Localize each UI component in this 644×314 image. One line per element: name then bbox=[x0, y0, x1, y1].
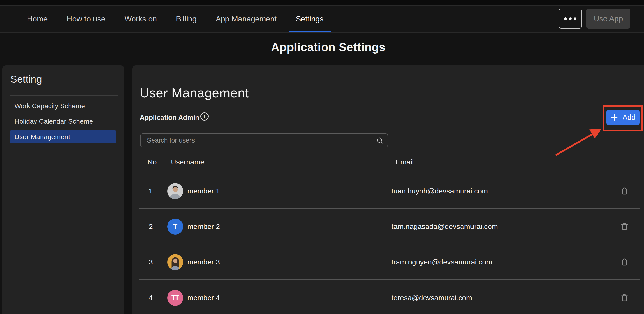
nav-item-how-to-use[interactable]: How to use bbox=[66, 6, 105, 32]
nav-item-label: Home bbox=[27, 15, 48, 24]
row-number: 3 bbox=[149, 258, 153, 266]
row-number: 1 bbox=[149, 187, 153, 195]
nav-item-label: Billing bbox=[176, 15, 196, 24]
nav-item-billing[interactable]: Billing bbox=[176, 6, 196, 32]
header-no: No. bbox=[148, 158, 159, 166]
page-title: Application Settings bbox=[6, 41, 644, 54]
sidebar-heading: Setting bbox=[10, 73, 42, 85]
nav-item-label: Settings bbox=[296, 15, 324, 24]
trash-icon bbox=[620, 293, 629, 302]
arrow-shaft bbox=[556, 134, 592, 155]
info-glyph: i bbox=[204, 114, 205, 119]
email: tram.nguyen@devsamurai.com bbox=[392, 258, 492, 266]
search-box bbox=[140, 133, 388, 147]
sidebar-item-work-capacity-scheme[interactable]: Work Capacity Scheme bbox=[10, 99, 116, 113]
avatar-initials-text: TT bbox=[172, 294, 179, 301]
delete-user-button[interactable] bbox=[619, 292, 630, 303]
annotation-arrow bbox=[552, 127, 604, 157]
nav-item-home[interactable]: Home bbox=[27, 6, 48, 32]
email: teresa@devsamurai.com bbox=[392, 294, 472, 302]
email: tam.nagasada@devsamurai.com bbox=[392, 222, 498, 231]
arrow-head bbox=[590, 129, 602, 139]
nav-item-label: How to use bbox=[66, 15, 105, 24]
nav-item-label: Works on bbox=[124, 15, 157, 24]
nav-item-label: App Management bbox=[216, 15, 276, 24]
trash-icon bbox=[620, 257, 629, 267]
ellipsis-dot bbox=[564, 18, 567, 20]
section-title: User Management bbox=[140, 85, 249, 100]
delete-user-button[interactable] bbox=[619, 221, 630, 232]
user-table: 1 member 1 tuan.huynh@devsamurai.com 2 T… bbox=[139, 173, 640, 314]
trash-icon bbox=[620, 222, 629, 231]
add-button[interactable]: Add bbox=[606, 110, 640, 125]
avatar-initials: T bbox=[167, 219, 183, 234]
table-row: 2 T member 2 tam.nagasada@devsamurai.com bbox=[139, 209, 640, 244]
avatar-photo bbox=[167, 183, 183, 199]
avatar-initials: TT bbox=[167, 290, 183, 306]
table-row: 1 member 1 tuan.huynh@devsamurai.com bbox=[139, 173, 640, 209]
ellipsis-dot bbox=[574, 18, 576, 20]
screen: HomeHow to useWorks onBillingApp Managem… bbox=[0, 0, 644, 314]
header-email: Email bbox=[396, 158, 414, 166]
more-options-button[interactable] bbox=[558, 9, 582, 29]
username: member 4 bbox=[187, 294, 220, 302]
sidebar-divider bbox=[10, 95, 118, 96]
table-row: 4 TT member 4 teresa@devsamurai.com bbox=[139, 280, 640, 314]
username: member 3 bbox=[187, 258, 220, 266]
user-management-panel: User Management Application Admin i Add bbox=[132, 66, 644, 314]
active-tab-underline bbox=[289, 31, 331, 32]
search-icon bbox=[376, 137, 384, 144]
window-top-strip bbox=[0, 0, 644, 5]
application-admin-label: Application Admin bbox=[140, 114, 199, 122]
add-button-label: Add bbox=[622, 113, 635, 122]
search-input[interactable] bbox=[141, 134, 388, 147]
row-number: 4 bbox=[149, 294, 153, 302]
plus-icon bbox=[610, 114, 618, 121]
avatar-initials-text: T bbox=[173, 222, 178, 231]
sidebar-item-user-management[interactable]: User Management bbox=[10, 130, 116, 143]
info-icon[interactable]: i bbox=[200, 112, 208, 121]
header-username: Username bbox=[171, 158, 204, 166]
ellipsis-dot bbox=[569, 18, 572, 20]
nav-items: HomeHow to useWorks onBillingApp Managem… bbox=[27, 6, 324, 32]
nav-item-settings[interactable]: Settings bbox=[296, 6, 324, 32]
sidebar-items: Work Capacity SchemeHoliday Calendar Sch… bbox=[10, 99, 116, 143]
sidebar-item-holiday-calendar-scheme[interactable]: Holiday Calendar Scheme bbox=[10, 115, 116, 128]
table-row: 3 member 3 tram.nguyen@devsamurai.com bbox=[139, 244, 640, 280]
settings-sidebar: Setting Work Capacity SchemeHoliday Cale… bbox=[2, 66, 124, 314]
nav-item-app-management[interactable]: App Management bbox=[216, 6, 276, 32]
row-number: 2 bbox=[149, 222, 153, 231]
avatar-photo bbox=[167, 254, 183, 270]
username: member 1 bbox=[187, 187, 220, 195]
delete-user-button[interactable] bbox=[619, 256, 630, 268]
nav-item-works-on[interactable]: Works on bbox=[124, 6, 157, 32]
delete-user-button[interactable] bbox=[619, 185, 630, 197]
table-header: No. Username Email bbox=[139, 157, 640, 167]
top-navigation: HomeHow to useWorks onBillingApp Managem… bbox=[0, 5, 644, 33]
username: member 2 bbox=[187, 222, 220, 231]
use-app-button[interactable]: Use App bbox=[586, 9, 630, 29]
email: tuan.huynh@devsamurai.com bbox=[392, 187, 488, 195]
trash-icon bbox=[620, 186, 629, 196]
